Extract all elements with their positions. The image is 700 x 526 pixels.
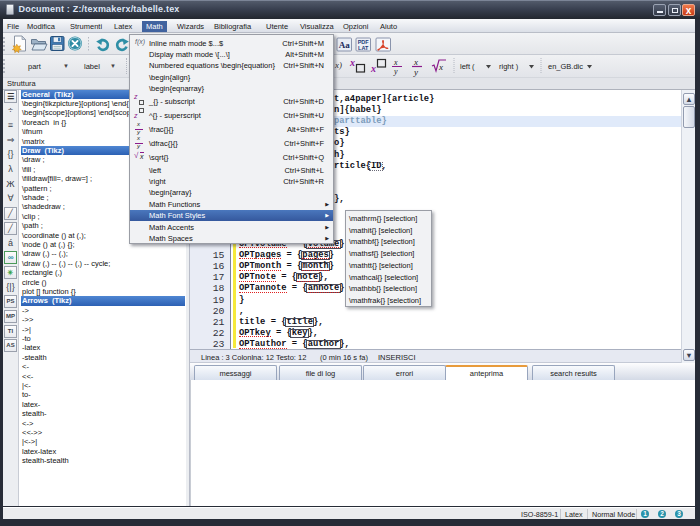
svg-text:x: x: [370, 63, 376, 74]
svg-text:en_GB.dic: en_GB.dic: [548, 62, 583, 71]
svg-text:Aa: Aa: [339, 40, 350, 50]
svg-text:LAT: LAT: [358, 45, 369, 51]
svg-text:left (: left (: [460, 62, 475, 71]
svg-text:x: x: [349, 57, 355, 68]
svg-text:x: x: [413, 57, 418, 67]
svg-text:y: y: [413, 67, 418, 77]
svg-text:x: x: [438, 62, 443, 72]
svg-text:x: x: [393, 58, 398, 67]
svg-text:right ): right ): [499, 62, 519, 71]
svg-text:x): x): [334, 60, 342, 70]
svg-text:y: y: [393, 67, 398, 76]
